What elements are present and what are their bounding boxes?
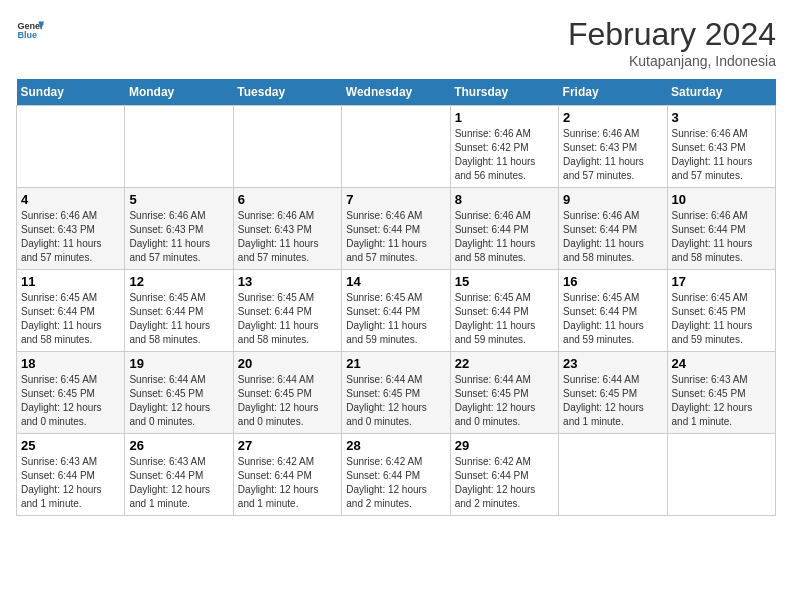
day-info: Sunrise: 6:45 AMSunset: 6:44 PMDaylight:… (238, 291, 337, 347)
day-info: Sunrise: 6:45 AMSunset: 6:45 PMDaylight:… (672, 291, 771, 347)
day-number: 15 (455, 274, 554, 289)
day-number: 26 (129, 438, 228, 453)
day-number: 4 (21, 192, 120, 207)
calendar-day-cell: 24Sunrise: 6:43 AMSunset: 6:45 PMDayligh… (667, 352, 775, 434)
day-number: 5 (129, 192, 228, 207)
calendar-day-cell (17, 106, 125, 188)
calendar-day-cell: 25Sunrise: 6:43 AMSunset: 6:44 PMDayligh… (17, 434, 125, 516)
day-info: Sunrise: 6:46 AMSunset: 6:44 PMDaylight:… (455, 209, 554, 265)
dow-header-cell: Tuesday (233, 79, 341, 106)
calendar-week-row: 4Sunrise: 6:46 AMSunset: 6:43 PMDaylight… (17, 188, 776, 270)
day-info: Sunrise: 6:43 AMSunset: 6:44 PMDaylight:… (21, 455, 120, 511)
day-info: Sunrise: 6:45 AMSunset: 6:44 PMDaylight:… (21, 291, 120, 347)
day-number: 22 (455, 356, 554, 371)
day-number: 3 (672, 110, 771, 125)
day-info: Sunrise: 6:44 AMSunset: 6:45 PMDaylight:… (455, 373, 554, 429)
calendar-day-cell: 26Sunrise: 6:43 AMSunset: 6:44 PMDayligh… (125, 434, 233, 516)
day-info: Sunrise: 6:44 AMSunset: 6:45 PMDaylight:… (129, 373, 228, 429)
calendar-week-row: 11Sunrise: 6:45 AMSunset: 6:44 PMDayligh… (17, 270, 776, 352)
calendar-day-cell: 7Sunrise: 6:46 AMSunset: 6:44 PMDaylight… (342, 188, 450, 270)
day-info: Sunrise: 6:43 AMSunset: 6:45 PMDaylight:… (672, 373, 771, 429)
calendar-day-cell: 29Sunrise: 6:42 AMSunset: 6:44 PMDayligh… (450, 434, 558, 516)
day-number: 11 (21, 274, 120, 289)
day-number: 14 (346, 274, 445, 289)
dow-header-cell: Saturday (667, 79, 775, 106)
dow-header-cell: Friday (559, 79, 667, 106)
calendar-day-cell: 15Sunrise: 6:45 AMSunset: 6:44 PMDayligh… (450, 270, 558, 352)
day-info: Sunrise: 6:44 AMSunset: 6:45 PMDaylight:… (238, 373, 337, 429)
day-number: 20 (238, 356, 337, 371)
calendar-day-cell: 6Sunrise: 6:46 AMSunset: 6:43 PMDaylight… (233, 188, 341, 270)
calendar-day-cell: 14Sunrise: 6:45 AMSunset: 6:44 PMDayligh… (342, 270, 450, 352)
calendar-week-row: 18Sunrise: 6:45 AMSunset: 6:45 PMDayligh… (17, 352, 776, 434)
calendar-table: SundayMondayTuesdayWednesdayThursdayFrid… (16, 79, 776, 516)
title-area: February 2024 Kutapanjang, Indonesia (568, 16, 776, 69)
calendar-day-cell: 5Sunrise: 6:46 AMSunset: 6:43 PMDaylight… (125, 188, 233, 270)
day-info: Sunrise: 6:46 AMSunset: 6:44 PMDaylight:… (563, 209, 662, 265)
day-info: Sunrise: 6:44 AMSunset: 6:45 PMDaylight:… (563, 373, 662, 429)
day-number: 19 (129, 356, 228, 371)
calendar-day-cell: 20Sunrise: 6:44 AMSunset: 6:45 PMDayligh… (233, 352, 341, 434)
calendar-day-cell: 23Sunrise: 6:44 AMSunset: 6:45 PMDayligh… (559, 352, 667, 434)
day-info: Sunrise: 6:46 AMSunset: 6:44 PMDaylight:… (346, 209, 445, 265)
calendar-day-cell (667, 434, 775, 516)
day-info: Sunrise: 6:45 AMSunset: 6:45 PMDaylight:… (21, 373, 120, 429)
calendar-day-cell: 28Sunrise: 6:42 AMSunset: 6:44 PMDayligh… (342, 434, 450, 516)
day-number: 18 (21, 356, 120, 371)
day-number: 16 (563, 274, 662, 289)
day-info: Sunrise: 6:45 AMSunset: 6:44 PMDaylight:… (346, 291, 445, 347)
dow-header-cell: Wednesday (342, 79, 450, 106)
logo-icon: General Blue (16, 16, 44, 44)
calendar-day-cell (559, 434, 667, 516)
calendar-day-cell: 1Sunrise: 6:46 AMSunset: 6:42 PMDaylight… (450, 106, 558, 188)
calendar-day-cell: 9Sunrise: 6:46 AMSunset: 6:44 PMDaylight… (559, 188, 667, 270)
day-info: Sunrise: 6:42 AMSunset: 6:44 PMDaylight:… (346, 455, 445, 511)
day-number: 25 (21, 438, 120, 453)
day-number: 7 (346, 192, 445, 207)
day-info: Sunrise: 6:45 AMSunset: 6:44 PMDaylight:… (129, 291, 228, 347)
calendar-day-cell: 22Sunrise: 6:44 AMSunset: 6:45 PMDayligh… (450, 352, 558, 434)
day-number: 23 (563, 356, 662, 371)
day-info: Sunrise: 6:45 AMSunset: 6:44 PMDaylight:… (455, 291, 554, 347)
calendar-day-cell: 12Sunrise: 6:45 AMSunset: 6:44 PMDayligh… (125, 270, 233, 352)
header: General Blue February 2024 Kutapanjang, … (16, 16, 776, 69)
day-number: 2 (563, 110, 662, 125)
day-info: Sunrise: 6:46 AMSunset: 6:43 PMDaylight:… (238, 209, 337, 265)
calendar-week-row: 1Sunrise: 6:46 AMSunset: 6:42 PMDaylight… (17, 106, 776, 188)
calendar-day-cell: 18Sunrise: 6:45 AMSunset: 6:45 PMDayligh… (17, 352, 125, 434)
day-info: Sunrise: 6:46 AMSunset: 6:42 PMDaylight:… (455, 127, 554, 183)
dow-header-cell: Monday (125, 79, 233, 106)
day-number: 29 (455, 438, 554, 453)
day-number: 24 (672, 356, 771, 371)
calendar-day-cell (125, 106, 233, 188)
calendar-day-cell: 17Sunrise: 6:45 AMSunset: 6:45 PMDayligh… (667, 270, 775, 352)
day-number: 8 (455, 192, 554, 207)
day-info: Sunrise: 6:44 AMSunset: 6:45 PMDaylight:… (346, 373, 445, 429)
dow-header-cell: Thursday (450, 79, 558, 106)
day-number: 21 (346, 356, 445, 371)
day-info: Sunrise: 6:46 AMSunset: 6:43 PMDaylight:… (21, 209, 120, 265)
day-info: Sunrise: 6:46 AMSunset: 6:44 PMDaylight:… (672, 209, 771, 265)
page-title: February 2024 (568, 16, 776, 53)
calendar-day-cell (342, 106, 450, 188)
day-info: Sunrise: 6:43 AMSunset: 6:44 PMDaylight:… (129, 455, 228, 511)
calendar-day-cell: 11Sunrise: 6:45 AMSunset: 6:44 PMDayligh… (17, 270, 125, 352)
dow-header-cell: Sunday (17, 79, 125, 106)
day-info: Sunrise: 6:42 AMSunset: 6:44 PMDaylight:… (455, 455, 554, 511)
day-number: 17 (672, 274, 771, 289)
day-number: 13 (238, 274, 337, 289)
calendar-day-cell: 16Sunrise: 6:45 AMSunset: 6:44 PMDayligh… (559, 270, 667, 352)
calendar-day-cell: 27Sunrise: 6:42 AMSunset: 6:44 PMDayligh… (233, 434, 341, 516)
page-subtitle: Kutapanjang, Indonesia (568, 53, 776, 69)
day-number: 1 (455, 110, 554, 125)
day-number: 9 (563, 192, 662, 207)
logo: General Blue (16, 16, 44, 44)
calendar-day-cell: 19Sunrise: 6:44 AMSunset: 6:45 PMDayligh… (125, 352, 233, 434)
day-number: 28 (346, 438, 445, 453)
svg-text:Blue: Blue (17, 30, 37, 40)
calendar-day-cell: 8Sunrise: 6:46 AMSunset: 6:44 PMDaylight… (450, 188, 558, 270)
day-number: 27 (238, 438, 337, 453)
day-info: Sunrise: 6:42 AMSunset: 6:44 PMDaylight:… (238, 455, 337, 511)
calendar-day-cell: 3Sunrise: 6:46 AMSunset: 6:43 PMDaylight… (667, 106, 775, 188)
calendar-day-cell (233, 106, 341, 188)
